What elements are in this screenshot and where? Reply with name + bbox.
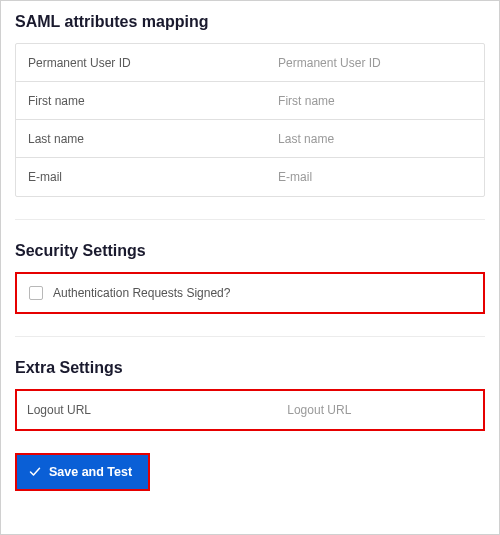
row-input-wrap — [278, 120, 484, 157]
row-label-permanent-user-id: Permanent User ID — [16, 56, 278, 70]
saml-heading: SAML attributes mapping — [15, 13, 485, 31]
actions-area: Save and Test — [1, 443, 499, 505]
check-icon — [29, 466, 41, 478]
row-label-first-name: First name — [16, 94, 278, 108]
logout-url-highlight: Logout URL — [15, 389, 485, 431]
extra-heading: Extra Settings — [15, 359, 485, 377]
permanent-user-id-input[interactable] — [278, 56, 484, 70]
auth-requests-signed-checkbox[interactable] — [29, 286, 43, 300]
security-section: Security Settings Authentication Request… — [1, 230, 499, 326]
extra-section: Extra Settings Logout URL — [1, 347, 499, 443]
first-name-input[interactable] — [278, 94, 484, 108]
email-input[interactable] — [278, 170, 484, 184]
security-heading: Security Settings — [15, 242, 485, 260]
row-label-last-name: Last name — [16, 132, 278, 146]
logout-url-input-wrap — [287, 391, 483, 429]
save-button-label: Save and Test — [49, 465, 132, 479]
divider — [15, 336, 485, 337]
divider — [15, 219, 485, 220]
logout-url-label: Logout URL — [17, 403, 287, 417]
save-and-test-button[interactable]: Save and Test — [17, 455, 148, 489]
row-input-wrap — [278, 82, 484, 119]
saml-table: Permanent User ID First name Last name E… — [15, 43, 485, 197]
security-highlight: Authentication Requests Signed? — [15, 272, 485, 314]
table-row: Last name — [16, 120, 484, 158]
save-button-highlight: Save and Test — [15, 453, 150, 491]
auth-requests-signed-field: Authentication Requests Signed? — [29, 286, 230, 300]
row-input-wrap — [278, 158, 484, 196]
logout-url-input[interactable] — [287, 403, 483, 417]
table-row: Permanent User ID — [16, 44, 484, 82]
table-row: First name — [16, 82, 484, 120]
auth-requests-signed-label: Authentication Requests Signed? — [53, 286, 230, 300]
row-label-email: E-mail — [16, 170, 278, 184]
saml-section: SAML attributes mapping Permanent User I… — [1, 1, 499, 209]
table-row: E-mail — [16, 158, 484, 196]
row-input-wrap — [278, 44, 484, 81]
last-name-input[interactable] — [278, 132, 484, 146]
